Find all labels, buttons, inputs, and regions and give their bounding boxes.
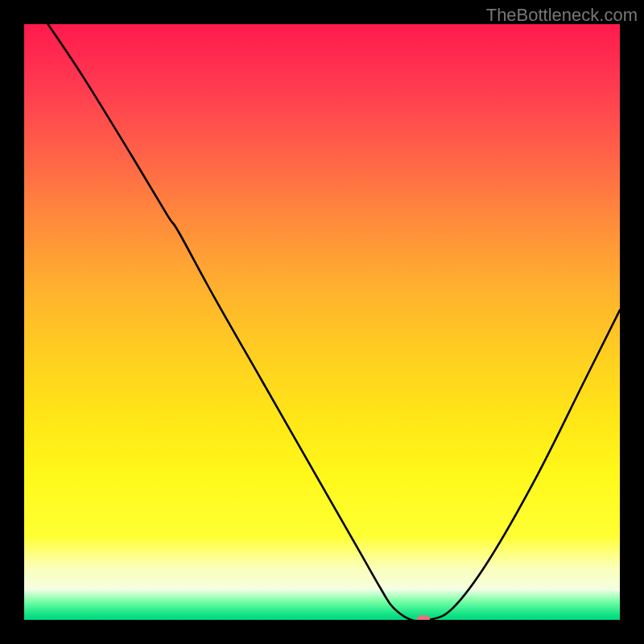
chart-frame: TheBottleneck.com	[0, 0, 644, 644]
optimum-marker	[417, 616, 430, 621]
watermark-text: TheBottleneck.com	[486, 5, 638, 26]
bottleneck-curve	[24, 24, 620, 620]
curve-path	[48, 24, 620, 620]
plot-area	[24, 24, 620, 620]
